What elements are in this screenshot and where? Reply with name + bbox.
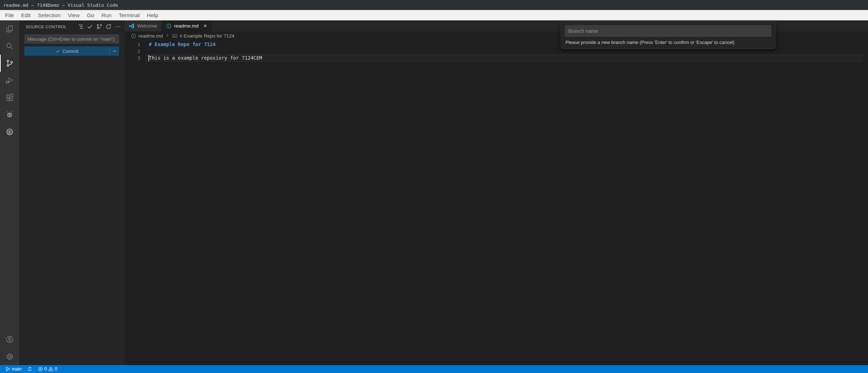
activitybar-item-accounts[interactable] (0, 331, 19, 348)
search-icon (5, 42, 14, 50)
view-as-tree-icon[interactable] (78, 24, 84, 30)
warning-count: 0 (55, 367, 57, 372)
statusbar-sync[interactable] (25, 365, 35, 373)
activitybar-item-settings[interactable] (0, 348, 19, 365)
vscode-logo-icon (129, 23, 134, 29)
line-number: 1 (124, 41, 140, 48)
commit-check-icon[interactable] (87, 24, 93, 30)
info-icon (131, 33, 136, 39)
account-icon (5, 335, 14, 344)
commit-button-label: Commit (63, 49, 79, 54)
statusbar-branch[interactable]: main (3, 365, 24, 373)
tab-readme[interactable]: readme.md ✕ (162, 20, 212, 31)
commit-message-input[interactable] (24, 34, 119, 44)
activitybar-item-source-control[interactable] (0, 55, 19, 72)
window-titlebar: readme.md – 7148Demo – Visual Studio Cod… (0, 0, 868, 10)
code-editor[interactable]: 1 # Example Repo for 7124 2 3 This is a … (124, 40, 868, 365)
sidebar-header: SOURCE CONTROL (19, 20, 124, 33)
branch-name-input[interactable] (565, 25, 771, 37)
statusbar-problems[interactable]: 0 0 (35, 365, 60, 373)
branch-name-description: Please provide a new branch name (Press … (565, 37, 771, 46)
robot-icon (5, 110, 14, 119)
tab-label: readme.md (174, 23, 198, 29)
source-control-sidebar: SOURCE CONTROL (19, 20, 124, 365)
activitybar-item-explorer[interactable] (0, 20, 19, 38)
branch-name-quick-input: Please provide a new branch name (Press … (561, 21, 775, 49)
menu-edit[interactable]: Edit (18, 11, 34, 20)
gear-icon (5, 352, 14, 361)
menu-run[interactable]: Run (98, 11, 115, 20)
menu-selection[interactable]: Selection (34, 11, 64, 20)
code-line-3[interactable]: 3 This is a example reposiory for 7124CE… (124, 55, 868, 61)
menu-file[interactable]: File (1, 11, 18, 20)
window-title: readme.md – 7148Demo – Visual Studio Cod… (3, 3, 118, 8)
source-control-actions (78, 24, 121, 30)
tab-close-icon[interactable]: ✕ (203, 23, 207, 29)
sidebar-title: SOURCE CONTROL (26, 25, 78, 29)
branch-icon (5, 367, 10, 372)
activitybar-item-search[interactable] (0, 38, 19, 55)
activitybar-item-github[interactable] (0, 123, 19, 140)
menu-go[interactable]: Go (83, 11, 98, 20)
workbench: SOURCE CONTROL (0, 20, 868, 365)
breadcrumb-file[interactable]: readme.md (138, 33, 163, 39)
line-number: 2 (124, 48, 140, 55)
menu-help[interactable]: Help (143, 11, 162, 20)
commit-button-main[interactable]: Commit (24, 46, 109, 56)
breadcrumb-symbol[interactable]: # Example Repo for 7124 (180, 33, 234, 39)
line-text: This is a example reposiory for 7124CEM (149, 55, 262, 61)
symbol-text-icon: abc (172, 33, 177, 39)
check-icon (55, 49, 60, 54)
tab-label: Welcome (137, 23, 157, 29)
menu-bar: File Edit Selection View Go Run Terminal… (0, 10, 868, 20)
source-control-icon (5, 59, 14, 68)
activitybar-spacer (0, 140, 19, 331)
github-icon (5, 128, 14, 136)
line-number: 3 (124, 55, 140, 61)
svg-text:abc: abc (173, 35, 176, 37)
error-icon (38, 367, 43, 372)
menu-terminal[interactable]: Terminal (115, 11, 143, 20)
chevron-right-icon (165, 33, 170, 38)
activitybar-item-robot-extension[interactable] (0, 106, 19, 123)
info-icon (166, 23, 172, 29)
chevron-down-icon (112, 49, 117, 54)
menu-view[interactable]: View (64, 11, 83, 20)
extensions-icon (5, 93, 14, 102)
branch-label: main (12, 367, 21, 372)
line-text: # Example Repo for 7124 (149, 41, 216, 48)
activitybar-item-extensions[interactable] (0, 89, 19, 106)
create-branch-icon[interactable] (96, 24, 102, 30)
commit-button[interactable]: Commit (24, 46, 119, 56)
editor-area: Welcome readme.md ✕ readme.md (124, 20, 868, 365)
debug-icon (5, 76, 14, 85)
error-count: 0 (44, 367, 47, 372)
sync-icon (27, 367, 32, 372)
refresh-icon[interactable] (106, 24, 112, 30)
status-bar: main 0 0 (0, 365, 868, 373)
commit-dropdown-button[interactable] (110, 46, 119, 56)
files-icon (5, 25, 14, 33)
tab-welcome[interactable]: Welcome (124, 20, 162, 31)
activitybar-item-run-debug[interactable] (0, 72, 19, 89)
more-actions-icon[interactable] (115, 24, 121, 30)
warning-icon (48, 367, 53, 372)
activity-bar (0, 20, 19, 365)
breadcrumb-separator (165, 33, 170, 39)
